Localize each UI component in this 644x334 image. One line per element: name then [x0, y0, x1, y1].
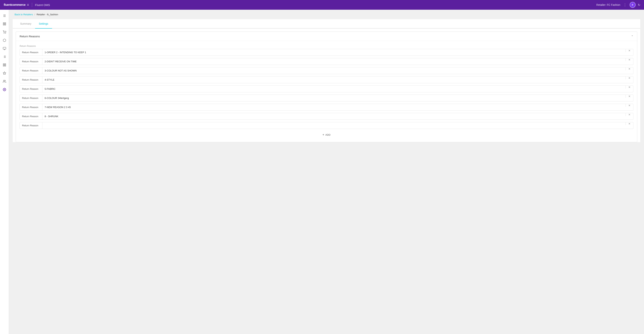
breadcrumb: Back to Retailers / Retailer - fc_fashio…	[9, 10, 644, 19]
return-reason-input[interactable]	[42, 67, 626, 74]
return-reason-row: Return Reason ✕	[20, 49, 633, 56]
return-reason-label: Return Reason	[20, 78, 42, 81]
return-reason-row: Return Reason ✕	[20, 94, 633, 102]
sidebar-item-menu[interactable]: ☰	[1, 12, 8, 20]
sidebar-item-grid[interactable]	[1, 61, 8, 69]
section-header[interactable]: Return Reasons ⌃	[16, 32, 637, 41]
retailer-label: Retailer: FC Fashion	[596, 3, 620, 6]
svg-rect-16	[5, 65, 6, 66]
svg-point-18	[3, 80, 4, 81]
add-icon: +	[322, 133, 324, 136]
return-reason-label: Return Reason	[20, 124, 42, 127]
sidebar-item-insights[interactable]	[1, 70, 8, 77]
return-reason-label: Return Reason	[20, 106, 42, 108]
return-reason-input[interactable]	[42, 76, 626, 83]
tab-bar: Summary Settings	[13, 19, 640, 28]
return-reason-input[interactable]	[42, 95, 626, 101]
add-button[interactable]: + ADD	[322, 131, 330, 138]
return-reason-row: Return Reason ✕	[20, 122, 633, 129]
logo-icon: ≡	[27, 3, 29, 7]
breadcrumb-current: Retailer - fc_fashion	[36, 13, 58, 16]
svg-rect-6	[3, 47, 6, 49]
logo: fluentcommerce ≡	[4, 3, 29, 7]
svg-rect-0	[3, 22, 4, 24]
close-icon[interactable]: ✕	[626, 86, 633, 89]
return-reason-row: Return Reason ✕	[20, 76, 633, 83]
sidebar-item-dashboard[interactable]	[1, 20, 8, 28]
nav-right: Retailer: FC Fashion ⋮ F ↻	[596, 2, 640, 8]
close-icon[interactable]: ✕	[626, 113, 633, 116]
main-layout: ☰ Back to Retailers	[0, 10, 644, 334]
return-reason-input[interactable]	[42, 49, 626, 56]
return-reason-label: Return Reason	[20, 115, 42, 118]
main-content: Back to Retailers / Retailer - fc_fashio…	[9, 10, 644, 334]
sidebar-item-users[interactable]	[1, 78, 8, 85]
add-label: ADD	[325, 134, 330, 136]
svg-rect-2	[3, 24, 4, 25]
user-avatar[interactable]: F	[630, 2, 636, 8]
logo-text: fluentcommerce	[4, 3, 26, 6]
svg-rect-3	[5, 24, 6, 25]
return-reason-label: Return Reason	[20, 69, 42, 72]
app-name: Fluent OMS	[35, 3, 50, 6]
return-reason-row: Return Reason ✕	[20, 104, 633, 111]
content-container: Summary Settings Return Reasons ⌃ Return…	[13, 19, 640, 142]
svg-rect-13	[3, 64, 4, 64]
top-navbar: fluentcommerce ≡ Fluent OMS Retailer: FC…	[0, 0, 644, 10]
section-title: Return Reasons	[20, 35, 40, 38]
return-reason-label: Return Reason	[20, 88, 42, 90]
return-reason-label: Return Reason	[20, 60, 42, 63]
sidebar-item-settings[interactable]	[1, 86, 8, 93]
section-body: Return Reasons Return Reason ✕ Return Re…	[16, 41, 637, 142]
svg-rect-1	[5, 22, 6, 24]
return-reason-input[interactable]	[42, 58, 626, 65]
sidebar-item-list[interactable]	[1, 53, 8, 60]
tab-settings[interactable]: Settings	[35, 19, 52, 28]
back-to-retailers-link[interactable]: Back to Retailers	[14, 13, 33, 16]
svg-point-19	[4, 89, 5, 90]
return-reason-input[interactable]	[42, 113, 626, 120]
return-reason-row: Return Reason ✕	[20, 86, 633, 92]
sidebar-item-catalogue[interactable]	[1, 45, 8, 52]
sidebar: ☰	[0, 10, 9, 334]
close-icon[interactable]: ✕	[626, 67, 633, 70]
sidebar-item-inventory[interactable]	[1, 36, 8, 44]
return-reason-label: Return Reason	[20, 97, 42, 100]
close-icon[interactable]: ✕	[626, 104, 633, 107]
more-options-icon[interactable]: ⋮	[622, 2, 628, 8]
svg-marker-17	[3, 72, 6, 74]
close-icon[interactable]: ✕	[626, 58, 633, 61]
return-reason-input[interactable]	[42, 122, 626, 129]
subsection-label: Return Reasons	[20, 45, 633, 48]
return-reason-input[interactable]	[42, 104, 626, 110]
svg-point-4	[4, 33, 4, 34]
return-reason-row: Return Reason ✕	[20, 67, 633, 74]
return-reasons-section: Return Reasons ⌃ Return Reasons Return R…	[16, 32, 637, 142]
svg-rect-15	[3, 65, 4, 66]
return-reason-label: Return Reason	[20, 51, 42, 54]
svg-rect-14	[5, 64, 6, 64]
return-reason-input[interactable]	[42, 86, 626, 92]
close-icon[interactable]: ✕	[626, 122, 633, 125]
breadcrumb-separator: /	[34, 13, 35, 16]
svg-point-5	[6, 33, 6, 34]
return-reason-row: Return Reason ✕	[20, 113, 633, 120]
close-icon[interactable]: ✕	[626, 49, 633, 52]
sidebar-item-orders[interactable]	[1, 28, 8, 36]
close-icon[interactable]: ✕	[626, 95, 633, 98]
return-reason-row: Return Reason ✕	[20, 58, 633, 65]
close-icon[interactable]: ✕	[626, 76, 633, 80]
refresh-icon[interactable]: ↻	[638, 3, 640, 7]
chevron-up-icon: ⌃	[631, 35, 633, 38]
tab-summary[interactable]: Summary	[16, 19, 35, 28]
